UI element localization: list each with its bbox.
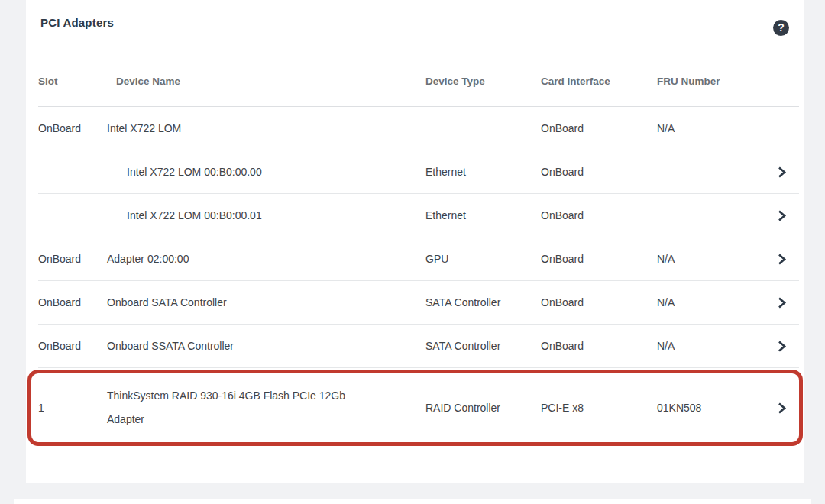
device-type-cell: Ethernet: [425, 209, 541, 221]
device-name-cell: Intel X722 LOM 00:B0:00.01: [107, 204, 425, 228]
column-header-card-interface: Card Interface: [541, 76, 657, 87]
slot-cell: OnBoard: [38, 253, 107, 265]
table-row: OnBoard Intel X722 LOM OnBoard N/A: [38, 107, 799, 150]
table-header-row: Slot Device Name Device Type Card Interf…: [38, 32, 799, 107]
device-type-cell: Ethernet: [425, 166, 541, 178]
device-name-cell: Intel X722 LOM: [107, 117, 425, 141]
card-interface-cell: OnBoard: [541, 166, 657, 178]
pci-adapters-table: Slot Device Name Device Type Card Interf…: [38, 32, 799, 447]
card-interface-cell: OnBoard: [541, 122, 657, 134]
device-type-cell: GPU: [425, 253, 541, 265]
table-row[interactable]: OnBoard Onboard SATA Controller SATA Con…: [38, 281, 799, 325]
slot-cell: OnBoard: [38, 296, 107, 309]
chevron-cell: [756, 401, 799, 415]
table-row[interactable]: Intel X722 LOM 00:B0:00.00 Ethernet OnBo…: [38, 150, 799, 194]
fru-number-cell: N/A: [657, 296, 756, 309]
slot-cell: 1: [38, 402, 107, 414]
chevron-right-icon[interactable]: [775, 208, 788, 223]
card-interface-cell: OnBoard: [541, 253, 657, 265]
device-type-cell: SATA Controller: [425, 340, 541, 352]
help-icon[interactable]: ?: [773, 20, 789, 36]
column-header-slot: Slot: [38, 76, 107, 87]
slot-cell: OnBoard: [38, 122, 107, 134]
table-row[interactable]: OnBoard Adapter 02:00:00 GPU OnBoard N/A: [38, 237, 799, 281]
device-name-cell: Onboard SSATA Controller: [107, 334, 425, 358]
card-interface-cell: PCI-E x8: [541, 402, 657, 414]
fru-number-cell: N/A: [657, 122, 756, 134]
chevron-right-icon[interactable]: [775, 252, 788, 267]
table-row[interactable]: Intel X722 LOM 00:B0:00.01 Ethernet OnBo…: [38, 194, 799, 237]
table-row[interactable]: 1 ThinkSystem RAID 930-16i 4GB Flash PCI…: [38, 368, 799, 447]
chevron-right-icon[interactable]: [775, 401, 788, 415]
device-name-cell: ThinkSystem RAID 930-16i 4GB Flash PCIe …: [107, 384, 425, 431]
device-name-cell: Intel X722 LOM 00:B0:00.00: [107, 160, 425, 184]
page-title: PCI Adapters: [40, 16, 114, 29]
table-row[interactable]: OnBoard Onboard SSATA Controller SATA Co…: [38, 325, 799, 368]
chevron-cell: [756, 252, 799, 267]
fru-number-cell: 01KN508: [657, 402, 756, 414]
device-name-cell: Onboard SATA Controller: [107, 291, 425, 315]
card-interface-cell: OnBoard: [541, 209, 657, 221]
card-header: PCI Adapters ?: [26, 0, 804, 32]
card-interface-cell: OnBoard: [541, 340, 657, 352]
column-header-fru-number: FRU Number: [657, 76, 756, 87]
chevron-cell: [756, 296, 799, 310]
device-type-cell: RAID Controller: [425, 402, 541, 414]
chevron-cell: [756, 208, 799, 223]
table-body: OnBoard Intel X722 LOM OnBoard N/A Intel…: [38, 107, 799, 447]
chevron-cell: [756, 339, 799, 354]
card-interface-cell: OnBoard: [541, 296, 657, 309]
chevron-right-icon[interactable]: [775, 296, 788, 310]
device-type-cell: SATA Controller: [425, 296, 541, 309]
fru-number-cell: N/A: [657, 340, 756, 352]
pci-adapters-card: PCI Adapters ? Slot Device Name Device T…: [26, 0, 804, 483]
fru-number-cell: N/A: [657, 253, 756, 265]
column-header-device-name: Device Name: [107, 76, 425, 87]
next-card-top-edge: [14, 499, 811, 504]
slot-cell: OnBoard: [38, 340, 107, 352]
chevron-right-icon[interactable]: [775, 165, 788, 179]
device-name-cell: Adapter 02:00:00: [107, 247, 425, 271]
chevron-cell: [756, 165, 799, 179]
chevron-right-icon[interactable]: [775, 339, 788, 354]
column-header-device-type: Device Type: [425, 76, 541, 87]
